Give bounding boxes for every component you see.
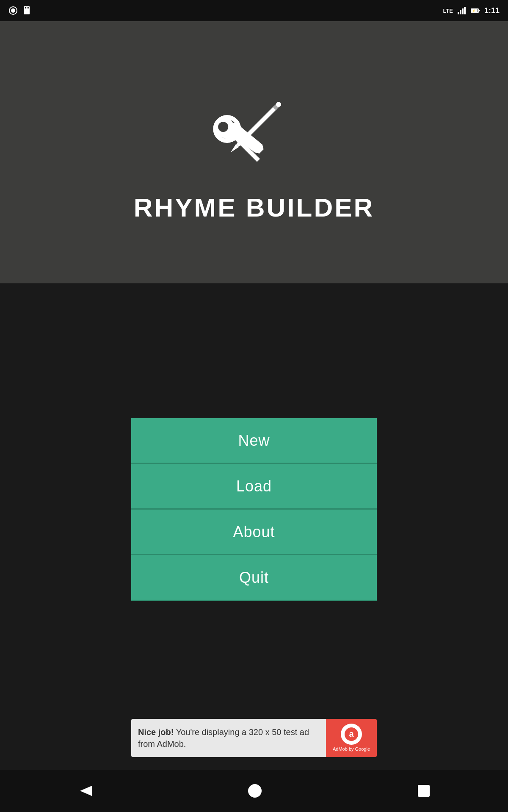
svg-rect-4 — [25, 7, 26, 8]
load-button[interactable]: Load — [131, 464, 377, 510]
about-button[interactable]: About — [131, 510, 377, 555]
app-logo — [207, 82, 301, 176]
battery-icon: ⚡ — [471, 6, 480, 15]
svg-rect-6 — [28, 7, 29, 8]
recents-button[interactable] — [416, 783, 431, 798]
quit-button[interactable]: Quit — [131, 555, 377, 601]
svg-rect-5 — [27, 7, 28, 8]
new-button[interactable]: New — [131, 418, 377, 464]
ad-text: Nice job! You're displaying a 320 x 50 t… — [131, 719, 326, 757]
app-title: RHYME BUILDER — [134, 192, 375, 222]
home-button[interactable] — [246, 782, 263, 799]
status-bar: LTE ⚡ 1:11 — [0, 0, 508, 21]
svg-rect-26 — [418, 785, 430, 797]
record-icon — [8, 6, 18, 15]
back-button[interactable] — [77, 782, 94, 799]
admob-icon: a — [341, 724, 362, 745]
svg-rect-10 — [464, 7, 466, 14]
status-left-icons — [8, 6, 31, 15]
svg-point-25 — [248, 784, 262, 798]
ad-banner[interactable]: Nice job! You're displaying a 320 x 50 t… — [131, 719, 377, 757]
admob-logo: a AdMob by Google — [326, 719, 377, 757]
status-time: 1:11 — [484, 6, 500, 15]
svg-rect-7 — [458, 12, 459, 14]
svg-rect-2 — [24, 8, 30, 14]
ad-text-bold: Nice job! — [138, 727, 174, 737]
svg-rect-12 — [479, 10, 480, 11]
nav-bar — [0, 770, 508, 812]
signal-icon — [457, 6, 467, 15]
svg-rect-8 — [460, 10, 461, 14]
svg-rect-9 — [462, 8, 464, 14]
svg-text:⚡: ⚡ — [472, 9, 476, 13]
header-section: RHYME BUILDER — [0, 21, 508, 283]
sd-card-icon — [22, 6, 31, 15]
svg-marker-24 — [80, 786, 92, 796]
admob-label: AdMob by Google — [333, 746, 370, 752]
lte-icon: LTE — [443, 8, 453, 14]
svg-point-1 — [11, 8, 15, 13]
status-right-icons: LTE ⚡ 1:11 — [443, 6, 500, 15]
svg-text:a: a — [349, 729, 354, 738]
